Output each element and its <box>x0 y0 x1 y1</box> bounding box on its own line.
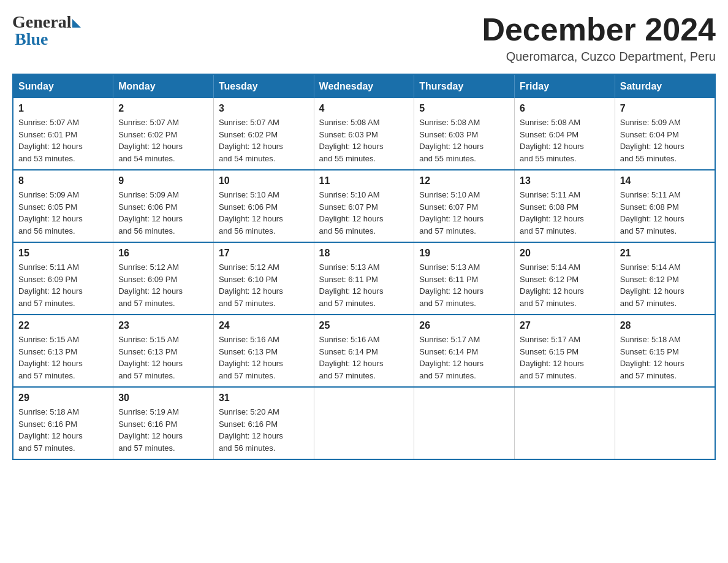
calendar-week-row: 29 Sunrise: 5:18 AM Sunset: 6:16 PM Dayl… <box>13 387 715 459</box>
day-info: Sunrise: 5:18 AM Sunset: 6:16 PM Dayligh… <box>18 406 108 454</box>
day-number: 27 <box>520 320 610 331</box>
calendar-cell <box>615 387 715 459</box>
day-info: Sunrise: 5:09 AM Sunset: 6:06 PM Dayligh… <box>118 189 208 237</box>
day-info: Sunrise: 5:16 AM Sunset: 6:13 PM Dayligh… <box>219 334 309 381</box>
calendar-week-row: 1 Sunrise: 5:07 AM Sunset: 6:01 PM Dayli… <box>13 98 715 170</box>
day-number: 15 <box>18 248 108 259</box>
calendar-cell: 30 Sunrise: 5:19 AM Sunset: 6:16 PM Dayl… <box>113 387 214 459</box>
day-number: 2 <box>118 103 208 114</box>
day-number: 14 <box>620 175 710 186</box>
day-number: 12 <box>419 175 509 186</box>
day-info: Sunrise: 5:20 AM Sunset: 6:16 PM Dayligh… <box>219 406 309 454</box>
calendar-cell: 20 Sunrise: 5:14 AM Sunset: 6:12 PM Dayl… <box>515 242 615 315</box>
calendar-cell: 2 Sunrise: 5:07 AM Sunset: 6:02 PM Dayli… <box>113 98 214 170</box>
day-info: Sunrise: 5:07 AM Sunset: 6:02 PM Dayligh… <box>118 117 208 164</box>
day-number: 9 <box>118 175 208 186</box>
calendar-day-header: Sunday <box>13 74 113 98</box>
day-number: 18 <box>319 248 409 259</box>
title-section: December 2024 Queromarca, Cuzco Departme… <box>482 12 716 64</box>
day-info: Sunrise: 5:10 AM Sunset: 6:07 PM Dayligh… <box>319 189 409 237</box>
logo: General Blue <box>12 12 81 49</box>
day-info: Sunrise: 5:15 AM Sunset: 6:13 PM Dayligh… <box>118 334 208 381</box>
day-info: Sunrise: 5:17 AM Sunset: 6:15 PM Dayligh… <box>520 334 610 381</box>
day-info: Sunrise: 5:12 AM Sunset: 6:09 PM Dayligh… <box>118 261 208 309</box>
day-number: 23 <box>118 320 208 331</box>
calendar-week-row: 15 Sunrise: 5:11 AM Sunset: 6:09 PM Dayl… <box>13 242 715 315</box>
day-number: 29 <box>18 393 108 404</box>
calendar-cell: 29 Sunrise: 5:18 AM Sunset: 6:16 PM Dayl… <box>13 387 113 459</box>
day-info: Sunrise: 5:17 AM Sunset: 6:14 PM Dayligh… <box>419 334 509 381</box>
page-header: General Blue December 2024 Queromarca, C… <box>12 12 716 64</box>
calendar-cell: 6 Sunrise: 5:08 AM Sunset: 6:04 PM Dayli… <box>515 98 615 170</box>
calendar-week-row: 22 Sunrise: 5:15 AM Sunset: 6:13 PM Dayl… <box>13 315 715 387</box>
day-number: 10 <box>219 175 309 186</box>
day-number: 24 <box>219 320 309 331</box>
day-number: 30 <box>118 393 208 404</box>
day-number: 5 <box>419 103 509 114</box>
day-number: 26 <box>419 320 509 331</box>
day-info: Sunrise: 5:11 AM Sunset: 6:08 PM Dayligh… <box>520 189 610 237</box>
calendar-cell: 1 Sunrise: 5:07 AM Sunset: 6:01 PM Dayli… <box>13 98 113 170</box>
day-number: 7 <box>620 103 710 114</box>
calendar-cell: 19 Sunrise: 5:13 AM Sunset: 6:11 PM Dayl… <box>414 242 515 315</box>
day-info: Sunrise: 5:14 AM Sunset: 6:12 PM Dayligh… <box>620 261 710 309</box>
day-number: 13 <box>520 175 610 186</box>
calendar-day-header: Saturday <box>615 74 715 98</box>
calendar-header-row: SundayMondayTuesdayWednesdayThursdayFrid… <box>13 74 715 98</box>
day-number: 31 <box>219 393 309 404</box>
calendar-day-header: Tuesday <box>213 74 314 98</box>
calendar-cell: 23 Sunrise: 5:15 AM Sunset: 6:13 PM Dayl… <box>113 315 214 387</box>
day-info: Sunrise: 5:09 AM Sunset: 6:04 PM Dayligh… <box>620 117 710 164</box>
day-info: Sunrise: 5:10 AM Sunset: 6:07 PM Dayligh… <box>419 189 509 237</box>
day-number: 19 <box>419 248 509 259</box>
calendar-cell: 8 Sunrise: 5:09 AM Sunset: 6:05 PM Dayli… <box>13 170 113 242</box>
day-number: 16 <box>118 248 208 259</box>
day-info: Sunrise: 5:15 AM Sunset: 6:13 PM Dayligh… <box>18 334 108 381</box>
day-number: 21 <box>620 248 710 259</box>
day-number: 8 <box>18 175 108 186</box>
day-info: Sunrise: 5:18 AM Sunset: 6:15 PM Dayligh… <box>620 334 710 381</box>
day-info: Sunrise: 5:08 AM Sunset: 6:03 PM Dayligh… <box>419 117 509 164</box>
day-number: 20 <box>520 248 610 259</box>
calendar-week-row: 8 Sunrise: 5:09 AM Sunset: 6:05 PM Dayli… <box>13 170 715 242</box>
day-info: Sunrise: 5:07 AM Sunset: 6:02 PM Dayligh… <box>219 117 309 164</box>
day-info: Sunrise: 5:14 AM Sunset: 6:12 PM Dayligh… <box>520 261 610 309</box>
day-info: Sunrise: 5:12 AM Sunset: 6:10 PM Dayligh… <box>219 261 309 309</box>
day-number: 1 <box>18 103 108 114</box>
calendar-cell: 15 Sunrise: 5:11 AM Sunset: 6:09 PM Dayl… <box>13 242 113 315</box>
logo-blue-text: Blue <box>12 29 48 49</box>
calendar-cell: 22 Sunrise: 5:15 AM Sunset: 6:13 PM Dayl… <box>13 315 113 387</box>
day-info: Sunrise: 5:07 AM Sunset: 6:01 PM Dayligh… <box>18 117 108 164</box>
day-number: 28 <box>620 320 710 331</box>
calendar-day-header: Monday <box>113 74 214 98</box>
calendar-cell <box>515 387 615 459</box>
calendar-cell <box>314 387 414 459</box>
day-number: 11 <box>319 175 409 186</box>
calendar-cell: 27 Sunrise: 5:17 AM Sunset: 6:15 PM Dayl… <box>515 315 615 387</box>
calendar-cell: 9 Sunrise: 5:09 AM Sunset: 6:06 PM Dayli… <box>113 170 214 242</box>
day-info: Sunrise: 5:19 AM Sunset: 6:16 PM Dayligh… <box>118 406 208 454</box>
day-number: 6 <box>520 103 610 114</box>
calendar-cell: 25 Sunrise: 5:16 AM Sunset: 6:14 PM Dayl… <box>314 315 414 387</box>
calendar-day-header: Friday <box>515 74 615 98</box>
day-info: Sunrise: 5:08 AM Sunset: 6:03 PM Dayligh… <box>319 117 409 164</box>
calendar-cell: 14 Sunrise: 5:11 AM Sunset: 6:08 PM Dayl… <box>615 170 715 242</box>
day-info: Sunrise: 5:11 AM Sunset: 6:08 PM Dayligh… <box>620 189 710 237</box>
calendar-cell: 13 Sunrise: 5:11 AM Sunset: 6:08 PM Dayl… <box>515 170 615 242</box>
day-number: 17 <box>219 248 309 259</box>
month-title: December 2024 <box>482 12 716 47</box>
calendar-cell: 11 Sunrise: 5:10 AM Sunset: 6:07 PM Dayl… <box>314 170 414 242</box>
day-info: Sunrise: 5:13 AM Sunset: 6:11 PM Dayligh… <box>419 261 509 309</box>
calendar-cell: 17 Sunrise: 5:12 AM Sunset: 6:10 PM Dayl… <box>213 242 314 315</box>
day-info: Sunrise: 5:11 AM Sunset: 6:09 PM Dayligh… <box>18 261 108 309</box>
calendar-cell: 31 Sunrise: 5:20 AM Sunset: 6:16 PM Dayl… <box>213 387 314 459</box>
calendar-cell: 3 Sunrise: 5:07 AM Sunset: 6:02 PM Dayli… <box>213 98 314 170</box>
calendar-cell: 24 Sunrise: 5:16 AM Sunset: 6:13 PM Dayl… <box>213 315 314 387</box>
day-number: 3 <box>219 103 309 114</box>
location: Queromarca, Cuzco Department, Peru <box>482 50 716 64</box>
day-info: Sunrise: 5:10 AM Sunset: 6:06 PM Dayligh… <box>219 189 309 237</box>
day-number: 25 <box>319 320 409 331</box>
calendar-cell: 28 Sunrise: 5:18 AM Sunset: 6:15 PM Dayl… <box>615 315 715 387</box>
calendar-cell: 10 Sunrise: 5:10 AM Sunset: 6:06 PM Dayl… <box>213 170 314 242</box>
calendar-cell: 12 Sunrise: 5:10 AM Sunset: 6:07 PM Dayl… <box>414 170 515 242</box>
